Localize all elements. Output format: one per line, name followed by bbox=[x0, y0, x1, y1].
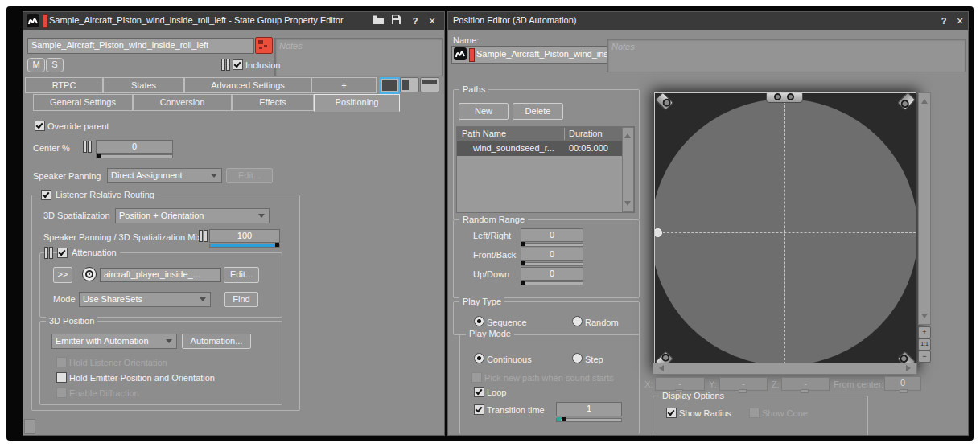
tab-general-settings[interactable]: General Settings bbox=[33, 94, 133, 111]
position-3d-label: 3D Position bbox=[46, 316, 97, 326]
override-parent-checkbox[interactable] bbox=[35, 121, 45, 131]
help-icon[interactable]: ? bbox=[937, 14, 950, 27]
object-name-input[interactable]: Sample_Aircraft_Piston_wind_inside_roll_… bbox=[27, 38, 254, 54]
from-center-field[interactable]: 0 bbox=[884, 376, 921, 391]
mix-slider[interactable] bbox=[209, 244, 280, 248]
enable-diffraction-checkbox[interactable] bbox=[56, 388, 67, 398]
scroll-down-icon[interactable] bbox=[921, 314, 928, 322]
speaker-panning-dropdown[interactable]: Direct Assignment bbox=[107, 168, 222, 183]
zoom-in-button[interactable]: + bbox=[918, 326, 931, 338]
inclusion-checkbox[interactable] bbox=[233, 59, 243, 70]
scroll-right-icon[interactable] bbox=[906, 365, 914, 371]
paths-list-header[interactable]: Path Name Duration bbox=[457, 127, 622, 141]
tab-conversion[interactable]: Conversion bbox=[133, 94, 232, 111]
center-percent-slider[interactable] bbox=[96, 154, 173, 158]
up-down-slider[interactable] bbox=[521, 281, 583, 285]
paths-list[interactable]: Path Name Duration wind_soundseed_r... 0… bbox=[456, 126, 635, 213]
column-duration[interactable]: Duration bbox=[569, 129, 603, 138]
tab-positioning[interactable]: Positioning bbox=[314, 94, 400, 112]
column-divider[interactable] bbox=[564, 128, 565, 140]
save-icon[interactable] bbox=[391, 14, 404, 27]
speaker-panning-edit-button[interactable]: Edit... bbox=[226, 168, 273, 183]
position-3d-mode-dropdown[interactable]: Emitter with Automation bbox=[51, 334, 177, 349]
path-row-selected[interactable]: wind_soundseed_r... 00:05.000 bbox=[457, 141, 622, 156]
column-path-name[interactable]: Path Name bbox=[462, 129, 506, 138]
pick-new-path-checkbox[interactable] bbox=[471, 372, 482, 383]
zoom-actual-button[interactable]: 1:1 bbox=[918, 338, 931, 351]
state-group-icon-button[interactable] bbox=[255, 37, 273, 54]
show-cone-checkbox[interactable] bbox=[749, 408, 760, 418]
path-delete-button[interactable]: Delete bbox=[513, 103, 563, 120]
mute-button[interactable]: M bbox=[27, 58, 45, 72]
random-radio[interactable] bbox=[572, 316, 583, 326]
attenuation-slider-icon[interactable] bbox=[44, 247, 53, 258]
close-icon[interactable]: ✕ bbox=[953, 14, 966, 27]
right-notes-area[interactable]: Notes bbox=[607, 39, 966, 72]
z-field[interactable]: - bbox=[781, 377, 830, 391]
left-notes-area[interactable]: Notes bbox=[274, 38, 443, 76]
sequence-label: Sequence bbox=[487, 318, 527, 327]
x-field[interactable]: - bbox=[655, 377, 705, 391]
tab-states[interactable]: States bbox=[103, 77, 184, 93]
center-percent-slider-icon[interactable] bbox=[83, 141, 92, 152]
continuous-radio[interactable] bbox=[474, 353, 484, 363]
left-window-corner-scrollbar[interactable] bbox=[24, 419, 35, 434]
attenuation-mode-label: Mode bbox=[53, 294, 76, 304]
help-icon[interactable]: ? bbox=[409, 14, 422, 27]
transition-time-checkbox[interactable] bbox=[474, 404, 484, 415]
state-group-property-editor-window: Sample_Aircraft_Piston_wind_inside_roll_… bbox=[23, 11, 445, 436]
sequence-radio[interactable] bbox=[474, 316, 484, 326]
scroll-up-icon[interactable] bbox=[624, 130, 631, 138]
paths-list-scrollbar[interactable] bbox=[622, 127, 634, 212]
mix-slider-icon[interactable] bbox=[199, 230, 203, 241]
hold-listener-orientation-checkbox[interactable] bbox=[56, 357, 67, 367]
layout-split-vertical-button[interactable] bbox=[400, 77, 419, 92]
right-window-title: Position Editor (3D Automation) bbox=[453, 15, 576, 25]
attenuation-expand-button[interactable]: >> bbox=[53, 267, 72, 283]
automation-button[interactable]: Automation... bbox=[182, 334, 251, 349]
left-right-slider[interactable] bbox=[521, 243, 583, 247]
attenuation-find-button[interactable]: Find bbox=[224, 292, 258, 307]
show-radius-checkbox[interactable] bbox=[666, 408, 677, 418]
front-back-slider[interactable] bbox=[521, 262, 583, 266]
spatialization-dropdown[interactable]: Position + Orientation bbox=[115, 208, 270, 224]
tab-add[interactable]: + bbox=[311, 77, 377, 93]
transition-time-value[interactable]: 1 bbox=[556, 402, 622, 416]
canvas-horizontal-scrollbar[interactable] bbox=[653, 363, 917, 375]
path-new-button[interactable]: New bbox=[459, 103, 509, 120]
left-titlebar[interactable]: Sample_Aircraft_Piston_wind_inside_roll_… bbox=[23, 12, 444, 30]
tab-rtpc[interactable]: RTPC bbox=[25, 77, 103, 93]
transition-time-slider[interactable] bbox=[556, 418, 622, 422]
tab-effects[interactable]: Effects bbox=[232, 94, 314, 111]
canvas-vertical-scrollbar[interactable] bbox=[918, 92, 931, 325]
right-titlebar[interactable]: Position Editor (3D Automation) ? ✕ bbox=[448, 12, 968, 30]
attenuation-mode-dropdown[interactable]: Use ShareSets bbox=[79, 292, 211, 307]
solo-button[interactable]: S bbox=[46, 58, 64, 72]
center-percent-value[interactable]: 0 bbox=[96, 140, 173, 154]
scroll-down-icon[interactable] bbox=[624, 201, 631, 209]
attenuation-checkbox[interactable] bbox=[57, 248, 68, 258]
scroll-left-icon[interactable] bbox=[656, 365, 664, 371]
layout-single-button[interactable] bbox=[379, 77, 400, 94]
step-radio[interactable] bbox=[572, 353, 583, 363]
up-down-value[interactable]: 0 bbox=[521, 267, 583, 281]
layout-split-horizontal-button[interactable] bbox=[420, 77, 439, 92]
listener-relative-routing-checkbox[interactable] bbox=[41, 190, 51, 200]
hold-emitter-label: Hold Emitter Position and Orientation bbox=[69, 373, 215, 383]
close-icon[interactable]: ✕ bbox=[426, 14, 439, 27]
scroll-up-icon[interactable] bbox=[921, 96, 928, 104]
front-back-value[interactable]: 0 bbox=[521, 248, 583, 261]
tab-advanced-settings[interactable]: Advanced Settings bbox=[184, 77, 311, 93]
zoom-out-button[interactable]: − bbox=[918, 351, 931, 363]
show-radius-label: Show Radius bbox=[679, 408, 731, 418]
open-folder-icon[interactable] bbox=[373, 14, 385, 27]
center-percent-label: Center % bbox=[33, 143, 70, 153]
left-right-value[interactable]: 0 bbox=[521, 228, 583, 242]
position-3d-canvas[interactable] bbox=[654, 92, 916, 369]
mix-value[interactable]: 100 bbox=[209, 229, 280, 243]
attenuation-shareset-field[interactable]: aircraft_player_inside_... bbox=[100, 268, 221, 282]
loop-checkbox[interactable] bbox=[474, 387, 484, 397]
y-field[interactable]: - bbox=[719, 377, 768, 391]
attenuation-edit-button[interactable]: Edit... bbox=[224, 267, 259, 283]
hold-emitter-checkbox[interactable] bbox=[56, 372, 67, 383]
